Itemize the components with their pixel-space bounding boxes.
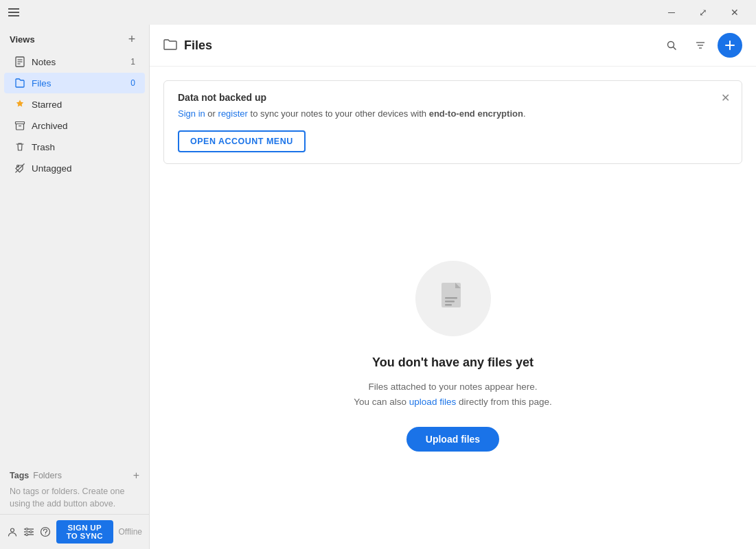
- files-icon: [14, 77, 26, 89]
- tags-section: Tags Folders + No tags or folders. Creat…: [0, 461, 149, 514]
- untagged-icon: [14, 162, 26, 174]
- minimize-button[interactable]: ─: [656, 0, 687, 25]
- archived-label: Archived: [32, 121, 119, 131]
- views-label: Views: [10, 34, 35, 45]
- header-actions: [660, 33, 742, 58]
- sidebar: Views + Notes 1: [0, 25, 150, 549]
- files-label: Files: [32, 78, 119, 89]
- encryption-emphasis: end-to-end encryption: [429, 108, 523, 119]
- banner-text: Sign in or register to sync your notes t…: [178, 107, 728, 121]
- menu-icon[interactable]: [5, 5, 22, 19]
- register-link[interactable]: register: [218, 108, 248, 119]
- add-button[interactable]: [718, 33, 742, 58]
- sidebar-header: Views +: [0, 25, 149, 51]
- page-title: Files: [184, 38, 212, 53]
- svg-point-16: [45, 534, 45, 535]
- svg-point-13: [30, 531, 32, 533]
- archived-icon: [14, 119, 26, 132]
- banner-close-button[interactable]: ✕: [717, 89, 733, 106]
- svg-line-18: [674, 47, 676, 50]
- notes-badge: 1: [124, 57, 135, 67]
- folder-icon: [163, 38, 177, 53]
- sort-button[interactable]: [689, 34, 712, 57]
- starred-label: Starred: [32, 100, 119, 110]
- trash-label: Trash: [32, 142, 119, 152]
- add-view-button[interactable]: +: [124, 32, 139, 47]
- main-header: Files: [150, 25, 756, 67]
- titlebar: ─ ⤢ ✕: [0, 0, 756, 25]
- sidebar-item-files[interactable]: Files 0: [4, 73, 145, 93]
- tags-empty-message: No tags or folders. Create one using the…: [10, 486, 139, 510]
- svg-point-8: [11, 528, 14, 532]
- app-body: Views + Notes 1: [0, 25, 756, 549]
- folders-label: Folders: [33, 471, 62, 480]
- empty-description: Files attached to your notes appear here…: [354, 379, 551, 409]
- file-icon: [435, 280, 472, 317]
- empty-state: You don't have any files yet Files attac…: [163, 178, 742, 536]
- svg-point-12: [26, 528, 28, 530]
- account-icon-button[interactable]: [7, 522, 18, 541]
- maximize-button[interactable]: ⤢: [687, 0, 719, 25]
- sidebar-item-starred[interactable]: Starred: [4, 94, 145, 115]
- help-icon-button[interactable]: [40, 522, 51, 541]
- files-badge: 0: [124, 78, 135, 88]
- titlebar-controls: ─ ⤢ ✕: [656, 0, 751, 25]
- open-account-menu-button[interactable]: OPEN ACCOUNT MENU: [178, 130, 306, 152]
- upload-files-link[interactable]: upload files: [409, 397, 456, 407]
- svg-point-14: [26, 534, 28, 536]
- banner-title: Data not backed up: [178, 92, 728, 103]
- trash-icon: [14, 141, 26, 153]
- main-content: Files: [150, 25, 756, 549]
- sign-in-link[interactable]: Sign in: [178, 108, 205, 119]
- notes-icon: [14, 56, 26, 68]
- main-title-area: Files: [163, 38, 212, 53]
- sidebar-footer: SIGN UP TO SYNC Offline: [0, 514, 149, 549]
- svg-rect-25: [445, 297, 457, 299]
- svg-rect-27: [445, 304, 452, 306]
- sidebar-item-trash[interactable]: Trash: [4, 137, 145, 157]
- sidebar-item-notes[interactable]: Notes 1: [4, 51, 145, 72]
- empty-icon-circle: [415, 261, 491, 336]
- tags-header: Tags Folders +: [10, 469, 139, 482]
- star-icon: [14, 98, 26, 110]
- notes-label: Notes: [32, 57, 119, 67]
- backup-banner: Data not backed up Sign in or register t…: [163, 80, 742, 164]
- empty-title: You don't have any files yet: [372, 355, 534, 370]
- sidebar-item-archived[interactable]: Archived: [4, 115, 145, 136]
- svg-rect-26: [445, 301, 455, 303]
- search-button[interactable]: [660, 34, 683, 57]
- sidebar-item-untagged[interactable]: Untagged: [4, 158, 145, 178]
- titlebar-left: [5, 5, 22, 19]
- add-tag-button[interactable]: +: [133, 469, 139, 482]
- tags-label: Tags: [10, 471, 29, 480]
- main-body: Data not backed up Sign in or register t…: [150, 67, 756, 549]
- settings-icon-button[interactable]: [23, 522, 34, 541]
- sign-up-to-sync-button[interactable]: SIGN UP TO SYNC: [56, 520, 113, 544]
- untagged-label: Untagged: [32, 163, 119, 174]
- close-button[interactable]: ✕: [719, 0, 751, 25]
- upload-files-button[interactable]: Upload files: [406, 427, 499, 452]
- offline-label: Offline: [119, 527, 142, 537]
- sidebar-nav: Notes 1 Files 0 St: [0, 51, 149, 461]
